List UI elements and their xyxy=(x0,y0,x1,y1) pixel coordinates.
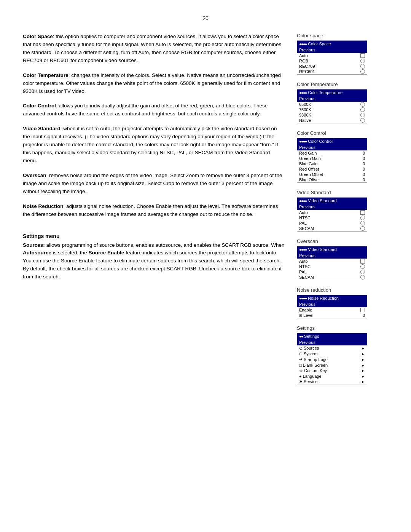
color-control-text: Color Control: allows you to individuall… xyxy=(23,102,285,118)
color-space-dots: ●●●● xyxy=(299,42,307,46)
list-item[interactable]: NTSC xyxy=(297,264,367,269)
overscan-previous[interactable]: Previous xyxy=(297,252,367,259)
list-item[interactable]: PAL xyxy=(297,269,367,275)
list-item[interactable]: ⊞ Level0 xyxy=(297,313,367,318)
noise-reduction-title-bar: ●●●● Noise Reduction xyxy=(297,295,367,301)
color-space-widget: Color space ●●●● Color Space Previous Au… xyxy=(297,33,388,75)
video-standard-previous[interactable]: Previous xyxy=(297,204,367,210)
video-standard-dots: ●●●● xyxy=(299,199,307,203)
overscan-text: Overscan: removes noise around the edges… xyxy=(23,172,285,196)
left-column: Color Space: this option applies to comp… xyxy=(23,33,285,385)
color-space-label: Color space xyxy=(297,33,323,38)
list-item[interactable]: NTSC xyxy=(297,215,367,220)
color-temp-title-bar: ●●●● Color Temperature xyxy=(297,89,367,96)
list-item[interactable]: Green Offset0 xyxy=(297,172,367,177)
color-temp-label: Color Temperature xyxy=(297,81,338,87)
list-item[interactable]: Blue Gain0 xyxy=(297,161,367,166)
noise-reduction-text: Noise Reduction: adjusts signal noise re… xyxy=(23,203,285,219)
color-temp-panel: ●●●● Color Temperature Previous 6500K 75… xyxy=(297,89,367,123)
settings-title: Settings xyxy=(304,334,319,339)
list-item[interactable]: Auto xyxy=(297,53,367,58)
list-item[interactable]: 7500K xyxy=(297,107,367,112)
video-standard-widget: Video Standard ●●●● Video Standard Previ… xyxy=(297,190,388,232)
noise-reduction-previous[interactable]: Previous xyxy=(297,301,367,307)
overscan-title: Video Standard xyxy=(308,247,337,252)
list-item[interactable]: Auto xyxy=(297,259,367,264)
list-item[interactable]: Auto xyxy=(297,210,367,215)
page: 20 Color Space: this option applies to c… xyxy=(0,0,411,400)
startup-logo-item[interactable]: ↵Startup Logo► xyxy=(297,357,367,363)
color-control-title-bar: ●●●● Color Control xyxy=(297,138,367,144)
video-standard-text: Video Standard: when it is set to Auto, … xyxy=(23,125,285,165)
video-standard-title-bar: ●●●● Video Standard xyxy=(297,198,367,204)
color-temp-title: Color Temperature xyxy=(308,90,342,95)
list-item[interactable]: Enable xyxy=(297,307,367,313)
language-item[interactable]: ●Language► xyxy=(297,374,367,379)
list-item[interactable]: PAL xyxy=(297,220,367,226)
overscan-panel: ●●●● Video Standard Previous Auto NTSC P… xyxy=(297,246,367,280)
color-space-previous[interactable]: Previous xyxy=(297,47,367,53)
list-item[interactable]: REC601 xyxy=(297,69,367,74)
noise-reduction-dots: ●●●● xyxy=(299,296,307,300)
noise-reduction-label: Noise reduction xyxy=(297,287,331,293)
list-item[interactable]: 6500K xyxy=(297,102,367,107)
right-column: Color space ●●●● Color Space Previous Au… xyxy=(297,33,388,385)
page-number: 20 xyxy=(23,15,388,21)
custom-key-item[interactable]: ☆Custom Key► xyxy=(297,368,367,374)
video-standard-panel: ●●●● Video Standard Previous Auto NTSC P… xyxy=(297,197,367,232)
color-control-title: Color Control xyxy=(308,139,333,144)
noise-reduction-panel: ●●●● Noise Reduction Previous Enable ⊞ L… xyxy=(297,295,367,318)
color-space-text: Color Space: this option applies to comp… xyxy=(23,33,285,65)
color-control-panel: ●●●● Color Control Previous Red Gain0 Gr… xyxy=(297,138,367,183)
sources-item[interactable]: ⊙Sources► xyxy=(297,345,367,351)
settings-menu-heading: Settings menu xyxy=(23,233,285,239)
list-item[interactable]: RGB xyxy=(297,58,367,64)
blank-screen-item[interactable]: □Blank Screen► xyxy=(297,363,367,368)
color-control-widget: Color Control ●●●● Color Control Previou… xyxy=(297,130,388,183)
system-item[interactable]: ⊙System► xyxy=(297,351,367,357)
settings-section: Settings menu Sources: allows programmin… xyxy=(23,233,285,281)
list-item[interactable]: SECAM xyxy=(297,226,367,231)
list-item[interactable]: SECAM xyxy=(297,275,367,280)
list-item[interactable]: Blue Offset0 xyxy=(297,177,367,182)
noise-reduction-title: Noise Reduction xyxy=(308,296,339,300)
color-control-previous[interactable]: Previous xyxy=(297,144,367,150)
video-standard-label: Video Standard xyxy=(297,190,331,195)
video-standard-title: Video Standard xyxy=(308,198,337,203)
list-item[interactable]: Green Gain0 xyxy=(297,156,367,161)
overscan-dots: ●●●● xyxy=(299,248,307,252)
settings-menu-text: Sources: allows programming of source bu… xyxy=(23,241,285,281)
service-item[interactable]: ✱Service► xyxy=(297,379,367,385)
settings-previous[interactable]: Previous xyxy=(297,339,367,345)
overscan-widget: Overscan ●●●● Video Standard Previous Au… xyxy=(297,238,388,280)
content-area: Color Space: this option applies to comp… xyxy=(23,33,388,385)
settings-dots: ●● xyxy=(299,334,303,339)
color-temp-previous[interactable]: Previous xyxy=(297,96,367,102)
overscan-label: Overscan xyxy=(297,238,318,244)
settings-panel: ●● Settings Previous ⊙Sources► ⊙System► … xyxy=(297,333,367,385)
overscan-title-bar: ●●●● Video Standard xyxy=(297,246,367,252)
color-space-title-bar: ●●●● Color Space xyxy=(297,41,367,47)
settings-title-bar: ●● Settings xyxy=(297,333,367,339)
list-item[interactable]: Native xyxy=(297,118,367,123)
color-temp-dots: ●●●● xyxy=(299,91,307,95)
settings-widget: Settings ●● Settings Previous ⊙Sources► … xyxy=(297,325,388,385)
color-space-panel: ●●●● Color Space Previous Auto RGB REC70… xyxy=(297,40,367,75)
color-control-label: Color Control xyxy=(297,130,326,136)
noise-reduction-widget: Noise reduction ●●●● Noise Reduction Pre… xyxy=(297,287,388,318)
list-item[interactable]: REC709 xyxy=(297,64,367,69)
list-item[interactable]: Red Gain0 xyxy=(297,150,367,156)
settings-label: Settings xyxy=(297,325,315,331)
color-space-title: Color Space xyxy=(308,42,331,46)
color-temp-text: Color Temperature: changes the intensity… xyxy=(23,72,285,96)
color-temp-widget: Color Temperature ●●●● Color Temperature… xyxy=(297,81,388,123)
list-item[interactable]: Red Offset0 xyxy=(297,166,367,172)
color-control-dots: ●●●● xyxy=(299,139,307,144)
list-item[interactable]: 9300K xyxy=(297,112,367,118)
